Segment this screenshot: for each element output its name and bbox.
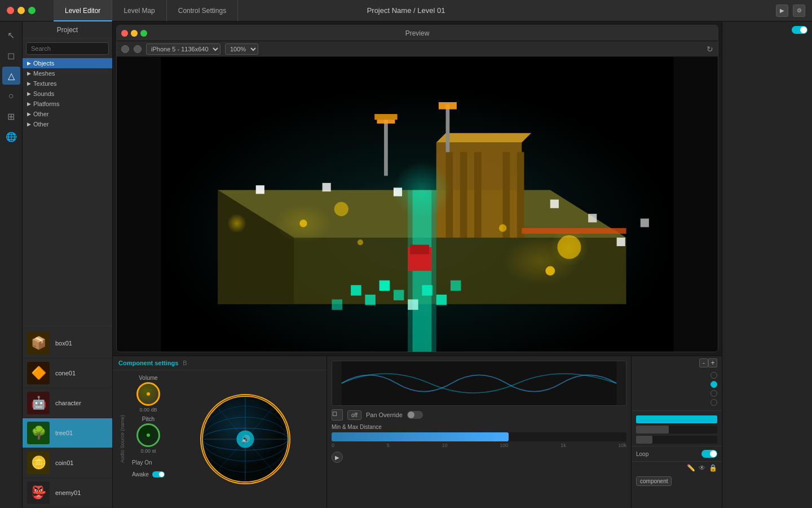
- asset-name-enemy01: enemy01: [55, 489, 81, 496]
- svg-point-18: [227, 214, 246, 233]
- component-button[interactable]: component: [636, 476, 672, 486]
- slider-2[interactable]: [636, 426, 717, 433]
- pan-toggle-switch[interactable]: [407, 411, 423, 419]
- svg-point-44: [499, 224, 506, 231]
- tab-level-editor[interactable]: Level Editor: [54, 0, 112, 21]
- slider-group: [632, 413, 722, 446]
- knob-indicator: [147, 392, 150, 396]
- main-layout: ↖ ◻ △ ○ ⊞ 🌐 Project ▶ Objects ▶ Meshes ▶…: [0, 21, 812, 508]
- settings-button[interactable]: ⚙: [793, 5, 805, 17]
- preview-window: Preview iPhone 5 - 1136x640 100% ↻: [116, 25, 718, 352]
- title-bar: Level Editor Level Map Control Settings …: [0, 0, 812, 21]
- volume-knob-group: Volume 0.00 dB: [132, 375, 165, 413]
- preview-title: Preview: [405, 29, 430, 37]
- refresh-button[interactable]: ↻: [707, 45, 713, 54]
- asset-cone01[interactable]: 🔶 cone01: [23, 358, 112, 388]
- tree-item-sounds[interactable]: ▶ Sounds: [23, 89, 112, 99]
- distance-slider[interactable]: [332, 432, 626, 441]
- device-select[interactable]: iPhone 5 - 1136x640: [146, 43, 220, 55]
- audio-source-label: Audio Source (name): [117, 413, 127, 465]
- tab-level-map[interactable]: Level Map: [112, 0, 166, 21]
- volume-knob[interactable]: [136, 382, 160, 406]
- radio-btn-2[interactable]: [710, 381, 717, 388]
- tree-item-meshes[interactable]: ▶ Meshes: [23, 68, 112, 78]
- tree-item-other-1[interactable]: ▶ Other: [23, 109, 112, 119]
- svg-rect-10: [517, 152, 524, 238]
- globe-icon[interactable]: 🌐: [2, 128, 20, 146]
- right-bottom-panel: - +: [632, 356, 722, 508]
- icon-rail: ↖ ◻ △ ○ ⊞ 🌐: [0, 21, 23, 508]
- asset-name-box01: box01: [55, 340, 72, 347]
- awake-toggle[interactable]: [152, 471, 165, 478]
- asset-character[interactable]: 🤖 character: [23, 388, 112, 418]
- play-audio-button[interactable]: ▶: [332, 452, 343, 463]
- slider-1[interactable]: [636, 415, 717, 423]
- asset-thumb-cone01: 🔶: [27, 362, 50, 384]
- radio-btn-3[interactable]: [710, 390, 717, 397]
- svg-rect-25: [351, 285, 361, 296]
- search-input[interactable]: [26, 42, 109, 55]
- prop-row-4: [636, 399, 717, 406]
- grid-icon[interactable]: ⊞: [2, 107, 20, 125]
- asset-tree01[interactable]: 🌳 tree01: [23, 418, 112, 448]
- preview-mode-btn2[interactable]: [134, 45, 142, 53]
- svg-rect-14: [550, 200, 559, 208]
- tab-control-settings[interactable]: Control Settings: [167, 0, 238, 21]
- slider-3[interactable]: [636, 436, 717, 444]
- preview-mode-btn1[interactable]: [121, 45, 129, 53]
- asset-name-coin01: coin01: [55, 459, 73, 466]
- tree-item-objects[interactable]: ▶ Objects: [23, 58, 112, 68]
- plus-button[interactable]: +: [708, 358, 717, 367]
- pan-toggle-btn[interactable]: ◻: [332, 409, 343, 421]
- svg-rect-60: [342, 361, 617, 405]
- preview-window-controls: [121, 30, 147, 37]
- preview-maximize[interactable]: [140, 30, 147, 37]
- distance-label: Min & Max Distance: [332, 424, 626, 430]
- left-panel: Project ▶ Objects ▶ Meshes ▶ Textures ▶ …: [23, 21, 113, 508]
- loop-toggle[interactable]: [701, 450, 717, 458]
- asset-box01[interactable]: 📦 box01: [23, 329, 112, 358]
- asset-coin01[interactable]: 🪙 coin01: [23, 448, 112, 478]
- lock-icon[interactable]: 🔒: [709, 464, 717, 472]
- eye-icon[interactable]: 👁: [699, 464, 705, 472]
- close-button[interactable]: [7, 7, 14, 14]
- pitch-knob[interactable]: [136, 423, 160, 447]
- svg-rect-7: [460, 152, 467, 238]
- main-toggle[interactable]: [792, 26, 807, 34]
- tree-item-other-2[interactable]: ▶ Other: [23, 119, 112, 129]
- shapes-icon[interactable]: ◻: [2, 46, 20, 64]
- minimize-button[interactable]: [17, 7, 25, 14]
- preview-close[interactable]: [121, 30, 128, 37]
- awake-row: Awake: [132, 471, 165, 478]
- svg-point-24: [394, 161, 451, 218]
- tree-item-textures[interactable]: ▶ Textures: [23, 78, 112, 89]
- bottom-tab-b[interactable]: B: [183, 360, 187, 366]
- preview-canvas: [117, 57, 718, 352]
- asset-enemy01[interactable]: 👺 enemy01: [23, 478, 112, 508]
- triangle-icon[interactable]: △: [2, 67, 20, 85]
- radio-btn-1[interactable]: [710, 372, 717, 379]
- prop-row-1: [636, 372, 717, 379]
- game-scene-svg: [117, 57, 718, 352]
- minus-button[interactable]: -: [699, 358, 708, 367]
- edit-icon[interactable]: ✏️: [687, 464, 695, 472]
- sphere-svg: 🔊: [201, 394, 289, 484]
- component-settings-title: Component settings: [118, 360, 178, 366]
- action-icons-row: ✏️ 👁 🔒: [632, 461, 722, 474]
- preview-minimize[interactable]: [131, 30, 138, 37]
- slider-2-fill: [636, 426, 669, 433]
- zoom-select[interactable]: 100%: [225, 43, 258, 55]
- window-title: Project Name / Level 01: [367, 6, 445, 15]
- svg-point-45: [358, 239, 363, 245]
- tree-item-platforms[interactable]: ▶ Platforms: [23, 99, 112, 109]
- radio-btn-4[interactable]: [710, 399, 717, 406]
- pan-off-button[interactable]: off: [347, 410, 361, 420]
- asset-list: 📦 box01 🔶 cone01 🤖 character 🌳 tree01 🪙 …: [23, 329, 112, 508]
- maximize-button[interactable]: [28, 7, 36, 14]
- cursor-icon[interactable]: ↖: [2, 26, 20, 44]
- svg-rect-37: [446, 104, 450, 152]
- play-on-label: Play On: [132, 459, 152, 466]
- circle-icon[interactable]: ○: [2, 87, 20, 105]
- play-button[interactable]: ▶: [776, 5, 788, 17]
- asset-thumb-enemy01: 👺: [27, 481, 50, 504]
